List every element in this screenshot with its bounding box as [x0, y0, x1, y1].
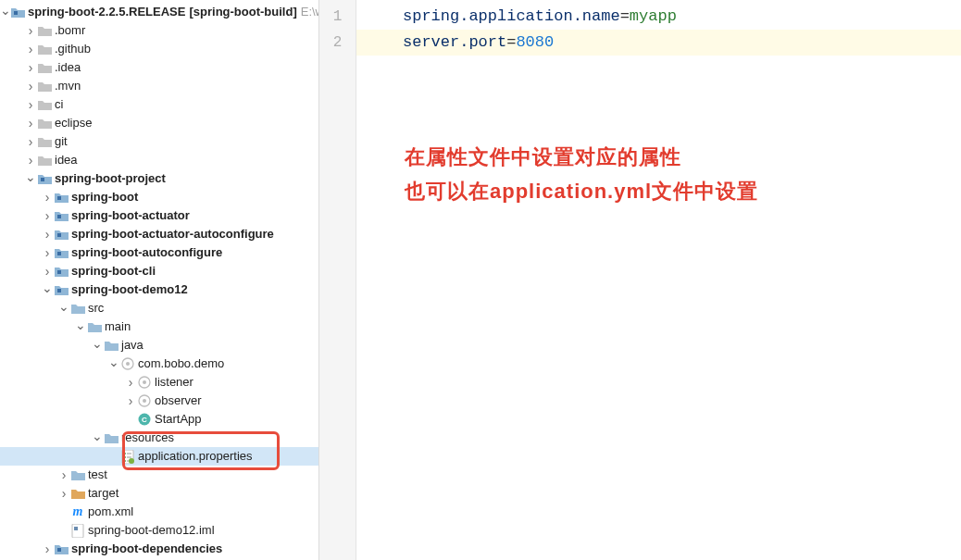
chevron-right-icon[interactable]: ›	[124, 373, 137, 392]
tree-item-hint: E:\w	[301, 3, 319, 21]
chevron-right-icon[interactable]: ›	[24, 151, 37, 169]
tree-row[interactable]: ⌄resources	[0, 429, 318, 447]
chevron-down-icon[interactable]: ⌄	[91, 334, 104, 353]
tree-row[interactable]: ›.mvn	[0, 77, 318, 95]
chevron-down-icon[interactable]: ⌄	[91, 427, 104, 445]
module-icon	[37, 171, 52, 186]
svg-rect-1	[41, 178, 44, 181]
tree-item-suffix: [spring-boot-build]	[189, 3, 296, 21]
chevron-right-icon[interactable]: ›	[24, 40, 37, 58]
tree-item-label: spring-boot-dependencies	[71, 540, 222, 558]
chevron-down-icon[interactable]: ⌄	[57, 297, 70, 316]
tree-row[interactable]: spring-boot-demo12.iml	[0, 521, 318, 540]
tree-row[interactable]: ›spring-boot-cli	[0, 262, 318, 280]
tree-row[interactable]: ›.idea	[0, 58, 318, 77]
property-key: spring.application.name	[403, 7, 620, 25]
svg-rect-3	[57, 215, 61, 218]
tree-item-label: git	[55, 132, 68, 151]
tree-row[interactable]: ›spring-boot-actuator	[0, 206, 318, 225]
tree-row[interactable]: ›git	[0, 132, 318, 151]
tree-item-label: .bomr	[55, 21, 85, 40]
property-value: myapp	[630, 7, 677, 25]
tree-row[interactable]: ⌄main	[0, 317, 318, 336]
tree-row[interactable]: mpom.xml	[0, 503, 318, 521]
module-icon	[11, 5, 25, 19]
svg-point-11	[143, 380, 146, 384]
chevron-right-icon[interactable]: ›	[41, 225, 54, 243]
chevron-right-icon[interactable]: ›	[57, 466, 70, 484]
svg-rect-25	[74, 527, 78, 530]
tree-item-label: observer	[155, 392, 202, 410]
tree-item-label: .github	[55, 40, 91, 58]
chevron-right-icon[interactable]: ›	[57, 484, 70, 503]
module-icon	[54, 282, 69, 297]
chevron-down-icon[interactable]: ⌄	[74, 316, 87, 334]
tree-row[interactable]: ›idea	[0, 151, 318, 169]
module-icon	[54, 190, 69, 205]
tree-row[interactable]: CStartApp	[0, 410, 318, 429]
folder-icon	[37, 42, 52, 56]
tree-row[interactable]: ›.github	[0, 40, 318, 58]
svg-rect-7	[57, 289, 61, 292]
svg-rect-24	[72, 524, 83, 538]
svg-point-18	[124, 456, 126, 458]
tree-row[interactable]: ›spring-boot-autoconfigure	[0, 243, 318, 262]
tree-row[interactable]: ›listener	[0, 373, 318, 392]
tree-item-label: application.properties	[138, 447, 253, 466]
chevron-right-icon[interactable]: ›	[24, 95, 37, 114]
tree-row[interactable]: ›eclipse	[0, 114, 318, 132]
tree-row[interactable]: ⌄spring-boot-demo12	[0, 280, 318, 299]
property-key: server.port	[403, 33, 506, 51]
target-icon	[70, 486, 85, 501]
tree-row[interactable]: ›.bomr	[0, 21, 318, 40]
tree-row[interactable]: ⌄java	[0, 336, 318, 355]
chevron-right-icon[interactable]: ›	[41, 540, 54, 558]
chevron-right-icon[interactable]: ›	[24, 21, 37, 40]
code-line[interactable]: server.port=8080	[356, 30, 961, 56]
chevron-right-icon[interactable]: ›	[41, 243, 54, 262]
tree-row[interactable]: ⌄com.bobo.demo	[0, 355, 318, 373]
tree-row[interactable]: ›target	[0, 484, 318, 503]
chevron-right-icon[interactable]: ›	[24, 58, 37, 77]
tree-row[interactable]: ⌄spring-boot-project	[0, 169, 318, 188]
tree-item-label: ci	[55, 95, 63, 114]
tree-item-label: target	[88, 484, 119, 503]
chevron-down-icon[interactable]: ⌄	[24, 168, 37, 186]
code-editor[interactable]: spring.application.name=myappserver.port…	[356, 0, 961, 560]
chevron-right-icon[interactable]: ›	[41, 262, 54, 280]
tree-row[interactable]: ⌄spring-boot-2.2.5.RELEASE[spring-boot-b…	[0, 3, 318, 21]
svg-rect-0	[14, 11, 18, 15]
tree-item-label: spring-boot-project	[55, 169, 166, 188]
tree-item-label: java	[121, 336, 144, 355]
tree-item-label: idea	[55, 151, 78, 169]
module-icon	[54, 264, 69, 279]
tree-row[interactable]: ›spring-boot-actuator-autoconfigure	[0, 225, 318, 243]
chevron-right-icon[interactable]: ›	[41, 206, 54, 225]
chevron-down-icon[interactable]: ⌄	[0, 1, 11, 19]
tree-row[interactable]: application.properties	[0, 447, 318, 466]
tree-row[interactable]: ›ci	[0, 95, 318, 114]
tree-item-label: pom.xml	[88, 503, 133, 521]
chevron-right-icon[interactable]: ›	[24, 114, 37, 132]
tree-row[interactable]: ›spring-boot	[0, 188, 318, 206]
chevron-right-icon[interactable]: ›	[41, 188, 54, 206]
chevron-right-icon[interactable]: ›	[24, 132, 37, 151]
project-tree[interactable]: ⌄spring-boot-2.2.5.RELEASE[spring-boot-b…	[0, 0, 319, 560]
tree-row[interactable]: ›test	[0, 466, 318, 484]
pkg-icon	[137, 393, 152, 408]
property-value: 8080	[516, 33, 554, 51]
java-icon: C	[137, 412, 152, 427]
chevron-down-icon[interactable]: ⌄	[107, 353, 120, 371]
tree-row[interactable]: ›observer	[0, 392, 318, 410]
chevron-down-icon[interactable]: ⌄	[41, 279, 54, 297]
tree-item-label: spring-boot-cli	[71, 262, 156, 280]
line-number: 1	[319, 4, 356, 30]
code-line[interactable]: spring.application.name=myapp	[356, 4, 961, 30]
chevron-right-icon[interactable]: ›	[124, 392, 137, 410]
tree-row[interactable]: ⌄src	[0, 299, 318, 317]
chevron-right-icon[interactable]: ›	[24, 77, 37, 95]
folder-icon	[37, 23, 52, 38]
svg-point-13	[143, 399, 146, 403]
tree-row[interactable]: ›spring-boot-dependencies	[0, 540, 318, 558]
pkg-icon	[120, 356, 135, 371]
